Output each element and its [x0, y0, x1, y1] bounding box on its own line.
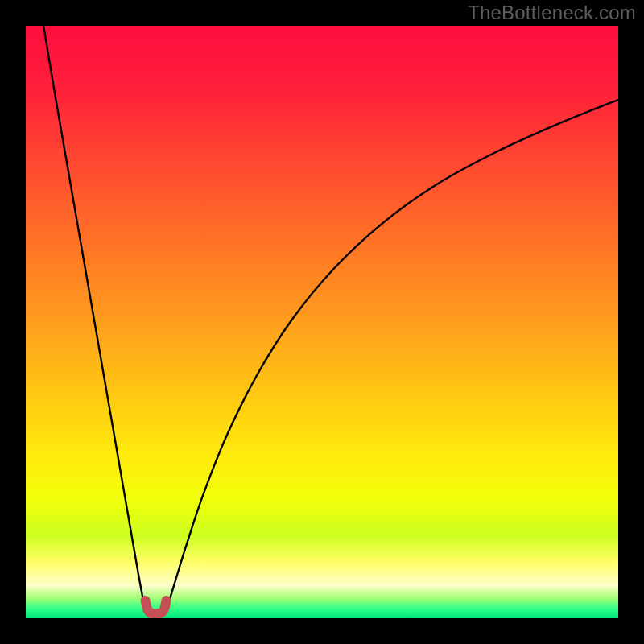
- gradient-background: [26, 26, 618, 618]
- attribution-text: TheBottleneck.com: [468, 2, 636, 24]
- chart-svg: [26, 26, 618, 618]
- outer-frame: TheBottleneck.com: [0, 0, 644, 644]
- chart-plot-area: [26, 26, 618, 618]
